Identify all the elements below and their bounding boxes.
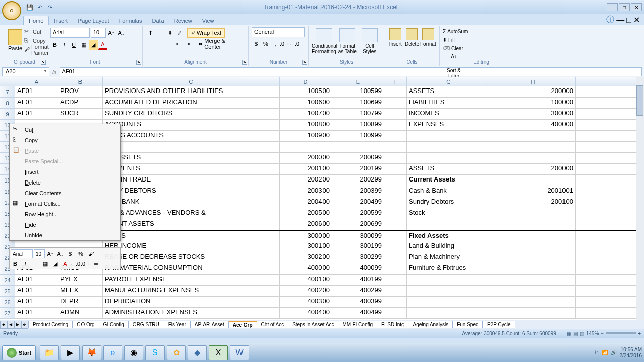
- font-size-select[interactable]: 10: [91, 28, 106, 38]
- align-bottom-icon[interactable]: ⬇: [165, 28, 174, 38]
- cell[interactable]: 400499: [332, 308, 384, 318]
- context-menu-format-cells-[interactable]: ▦Format Cells...: [10, 198, 120, 209]
- percent-icon[interactable]: %: [261, 39, 270, 49]
- sheet-nav-prev-icon[interactable]: ◀: [7, 321, 14, 329]
- excel-icon[interactable]: X: [209, 345, 228, 360]
- row-header-27[interactable]: 27: [0, 308, 15, 319]
- bold-button[interactable]: B: [50, 40, 59, 50]
- sheet-tab-co-org[interactable]: CO Org: [72, 321, 99, 328]
- cell[interactable]: AF01: [15, 286, 58, 296]
- context-menu-hide[interactable]: Hide: [10, 219, 120, 230]
- increase-indent-icon[interactable]: ⇥: [183, 39, 192, 49]
- cell[interactable]: RRENT ASSETS: [103, 219, 280, 230]
- view-normal-icon[interactable]: ▦: [567, 331, 571, 336]
- cell[interactable]: AF01: [15, 275, 58, 285]
- cell[interactable]: 100999: [332, 131, 384, 141]
- cell[interactable]: 100900: [280, 131, 332, 141]
- cell[interactable]: 200199: [332, 164, 384, 174]
- cell[interactable]: 200499: [332, 197, 384, 208]
- row-header-9[interactable]: 9: [0, 109, 15, 120]
- wrap-text-button[interactable]: ⤶Wrap Text: [187, 28, 225, 38]
- office-button[interactable]: O: [2, 1, 21, 20]
- cell[interactable]: [384, 231, 407, 241]
- cell[interactable]: [491, 153, 576, 163]
- cell[interactable]: [491, 131, 576, 141]
- autosum-button[interactable]: ΣAutoSum: [443, 27, 478, 36]
- column-header-E[interactable]: E: [332, 77, 384, 86]
- cell[interactable]: [491, 241, 576, 252]
- start-button[interactable]: Start: [2, 345, 36, 360]
- mini-bold-icon[interactable]: B: [11, 259, 20, 269]
- cell[interactable]: [384, 120, 407, 130]
- cell[interactable]: [384, 208, 407, 219]
- mini-font-color-icon[interactable]: A: [61, 259, 70, 269]
- cell[interactable]: 100799: [332, 109, 384, 119]
- cell[interactable]: ESTMENTS: [103, 164, 280, 174]
- context-menu-clear-contents[interactable]: Clear Contents: [10, 188, 120, 198]
- view-pagebreak-icon[interactable]: ▧: [580, 331, 584, 336]
- cell[interactable]: ANS & ADVANCES - VENDORS &: [103, 208, 280, 219]
- tray-network-icon[interactable]: 📶: [602, 350, 608, 355]
- close-button[interactable]: ✕: [631, 3, 642, 11]
- cell[interactable]: [491, 308, 576, 318]
- scrollbar-thumb[interactable]: [636, 85, 643, 116]
- cell[interactable]: 400400: [280, 308, 332, 318]
- cell[interactable]: 400399: [332, 297, 384, 307]
- close-workbook-icon[interactable]: ✕: [633, 15, 640, 25]
- cell[interactable]: 100800: [280, 120, 332, 130]
- cell[interactable]: 100600: [280, 98, 332, 108]
- cell[interactable]: SUCR: [58, 109, 103, 119]
- cell[interactable]: 200299: [332, 175, 384, 186]
- mini-dec-decimal-icon[interactable]: ←.0: [71, 259, 80, 269]
- mini-italic-icon[interactable]: I: [21, 259, 30, 269]
- cell[interactable]: [384, 241, 407, 252]
- cell[interactable]: 300200: [280, 252, 332, 263]
- restore-window-icon[interactable]: □: [626, 16, 631, 25]
- sheet-tab-cht-of-acc[interactable]: Cht of Acc: [257, 321, 289, 328]
- cell[interactable]: [491, 263, 576, 274]
- cell[interactable]: PYEX: [58, 275, 103, 285]
- cell[interactable]: INCOMES: [407, 109, 491, 119]
- cell[interactable]: Sundry Debtors: [407, 197, 491, 208]
- mini-inc-decimal-icon[interactable]: .0→: [81, 259, 90, 269]
- sheet-nav-next-icon[interactable]: ▶: [14, 321, 21, 329]
- cell[interactable]: 300100: [280, 241, 332, 252]
- ie-icon[interactable]: e: [103, 345, 122, 360]
- cell[interactable]: 100500: [280, 86, 332, 97]
- mini-font-size[interactable]: [34, 249, 45, 258]
- cell[interactable]: 100700: [280, 109, 332, 119]
- tab-home[interactable]: Home: [23, 16, 49, 25]
- chrome-icon[interactable]: ◉: [124, 345, 143, 360]
- vertical-scrollbar[interactable]: [636, 77, 644, 320]
- tab-formulas[interactable]: Formulas: [114, 16, 147, 25]
- cell[interactable]: 200000: [280, 153, 332, 163]
- sap-icon[interactable]: ◆: [188, 345, 207, 360]
- cell[interactable]: AF01: [15, 297, 58, 307]
- cell[interactable]: 100899: [332, 120, 384, 130]
- word-icon[interactable]: W: [230, 345, 249, 360]
- cell[interactable]: [491, 208, 576, 219]
- cell[interactable]: ADMINISTRATION EXPENSES: [103, 308, 280, 318]
- cell[interactable]: ASSETS: [407, 86, 491, 97]
- cell[interactable]: 400199: [332, 275, 384, 285]
- cell[interactable]: SALES: [103, 231, 280, 241]
- zoom-in-icon[interactable]: +: [638, 331, 641, 336]
- cell[interactable]: SUNDRY CREDITORS: [103, 109, 280, 119]
- cell[interactable]: MFEX: [58, 286, 103, 296]
- cell[interactable]: ACDP: [58, 98, 103, 108]
- column-header-C[interactable]: C: [103, 77, 280, 86]
- cell[interactable]: ACCOUNTS: [103, 120, 280, 130]
- alignment-expand-icon[interactable]: ⬊: [242, 60, 247, 65]
- sheet-tab-fi-sd-intg[interactable]: FI-SD Intg: [377, 321, 409, 328]
- name-box[interactable]: A20: [2, 67, 49, 76]
- paste-button[interactable]: Paste: [5, 27, 25, 55]
- row-header-26[interactable]: 26: [0, 297, 15, 308]
- view-layout-icon[interactable]: ▤: [573, 331, 578, 336]
- merge-center-button[interactable]: ⬌Merge & Center: [195, 37, 245, 51]
- cell[interactable]: 200000: [491, 86, 576, 97]
- maximize-button[interactable]: □: [619, 3, 630, 11]
- mini-decrease-font-icon[interactable]: A↓: [56, 249, 65, 259]
- cell[interactable]: 300299: [332, 252, 384, 263]
- fill-button[interactable]: ⬇Fill: [443, 36, 478, 44]
- column-header-A[interactable]: A: [15, 77, 58, 86]
